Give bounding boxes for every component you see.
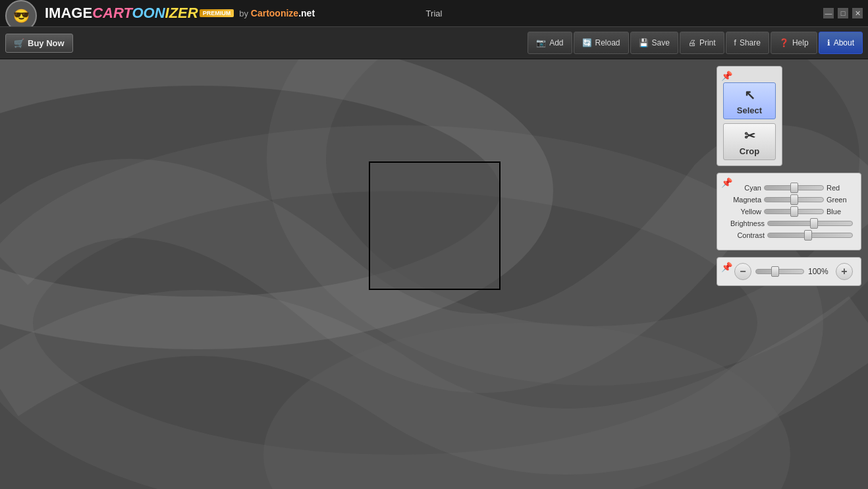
- title-bar-left: 😎 IMAGECARTOONIZER PREMIUM by Cartoonize…: [5, 0, 315, 29]
- about-label: About: [834, 38, 854, 47]
- select-tool-button[interactable]: ↖ Select: [723, 82, 776, 119]
- crop-tool-button[interactable]: ✂ Crop: [723, 123, 776, 160]
- title-bar: 😎 IMAGECARTOONIZER PREMIUM by Cartoonize…: [0, 0, 868, 26]
- zoom-pin-icon: 📌: [721, 262, 732, 272]
- magenta-label: Magneta: [725, 196, 761, 204]
- contrast-thumb[interactable]: [804, 230, 812, 241]
- contrast-row: Contrast: [725, 231, 853, 239]
- logo-image: IMAGE: [45, 5, 92, 21]
- sliders-pin-icon: 📌: [721, 177, 732, 188]
- add-label: Add: [549, 38, 563, 47]
- share-button[interactable]: f Share: [726, 32, 769, 54]
- share-icon: f: [734, 38, 736, 47]
- window-controls: — □ ✕: [823, 8, 863, 18]
- help-label: Help: [792, 38, 809, 47]
- crop-icon: ✂: [744, 128, 755, 144]
- magenta-green-row: Magneta Green: [725, 196, 853, 204]
- save-icon: 💾: [639, 38, 649, 47]
- add-button[interactable]: 📷 Add: [528, 32, 572, 54]
- brightness-track[interactable]: [767, 221, 853, 226]
- magenta-green-track[interactable]: [764, 197, 824, 202]
- crop-label: Crop: [740, 146, 759, 156]
- zoom-thumb[interactable]: [771, 266, 779, 277]
- contrast-track[interactable]: [767, 233, 853, 238]
- logo-by: by: [239, 9, 248, 18]
- tools-pin-icon: 📌: [721, 71, 732, 81]
- cursor-icon: ↖: [744, 87, 755, 103]
- cyan-red-thumb[interactable]: [790, 183, 798, 193]
- reload-icon: 🔄: [582, 38, 592, 47]
- cyan-red-track[interactable]: [764, 185, 824, 190]
- reload-label: Reload: [595, 38, 620, 47]
- logo-izer: IZER: [165, 5, 198, 21]
- logo-premium: PREMIUM: [200, 9, 234, 17]
- window-title: Trial: [426, 9, 443, 18]
- share-label: Share: [740, 38, 761, 47]
- yellow-blue-thumb[interactable]: [790, 206, 798, 217]
- save-button[interactable]: 💾 Save: [630, 32, 678, 54]
- add-icon: 📷: [536, 38, 546, 47]
- magenta-green-thumb[interactable]: [790, 194, 798, 205]
- main-area: 📌 ↖ Select ✂ Crop 📌 Cyan Red: [0, 59, 868, 489]
- zoom-value: 100%: [808, 267, 832, 276]
- logo-text: IMAGECARTOONIZER: [45, 5, 198, 22]
- about-icon: ℹ: [827, 38, 830, 47]
- canvas-rectangle: [369, 161, 501, 290]
- red-label: Red: [827, 184, 853, 192]
- logo-oon: OON: [132, 5, 165, 21]
- zoom-out-button[interactable]: −: [734, 263, 751, 280]
- tools-panel: 📌 ↖ Select ✂ Crop: [717, 66, 782, 166]
- blue-label: Blue: [827, 208, 853, 216]
- logo-cartoonize: Cartoonize.net: [248, 8, 315, 18]
- cart-icon: 🛒: [14, 38, 24, 48]
- toolbar-right: 📷 Add 🔄 Reload 💾 Save 🖨 Print f Share ❓ …: [528, 32, 863, 54]
- yellow-blue-row: Yellow Blue: [725, 208, 853, 216]
- brightness-label: Brightness: [725, 219, 765, 227]
- green-label: Green: [827, 196, 853, 204]
- yellow-label: Yellow: [725, 208, 761, 216]
- print-icon: 🖨: [688, 38, 696, 47]
- maximize-button[interactable]: □: [838, 8, 848, 18]
- about-button[interactable]: ℹ About: [819, 32, 863, 54]
- toolbar: 🛒 Buy Now 📷 Add 🔄 Reload 💾 Save 🖨 Print …: [0, 26, 868, 59]
- right-panel: 📌 ↖ Select ✂ Crop 📌 Cyan Red: [717, 66, 861, 286]
- brightness-thumb[interactable]: [810, 218, 818, 229]
- zoom-track[interactable]: [755, 269, 804, 274]
- zoom-in-button[interactable]: +: [836, 263, 853, 280]
- save-label: Save: [652, 38, 670, 47]
- buy-now-label: Buy Now: [28, 38, 65, 48]
- help-icon: ❓: [779, 38, 789, 47]
- buy-now-button[interactable]: 🛒 Buy Now: [5, 34, 73, 53]
- contrast-label: Contrast: [725, 231, 765, 239]
- close-button[interactable]: ✕: [852, 8, 863, 18]
- sliders-panel: 📌 Cyan Red Magneta Green Yellow: [717, 173, 861, 250]
- brightness-row: Brightness: [725, 219, 853, 227]
- print-label: Print: [699, 38, 716, 47]
- select-label: Select: [737, 105, 762, 115]
- print-button[interactable]: 🖨 Print: [680, 32, 724, 54]
- cyan-red-row: Cyan Red: [725, 184, 853, 192]
- logo-cart: CART: [92, 5, 132, 21]
- minimize-button[interactable]: —: [823, 8, 834, 18]
- app-logo: IMAGECARTOONIZER PREMIUM by Cartoonize.n…: [42, 5, 315, 22]
- reload-button[interactable]: 🔄 Reload: [574, 32, 629, 54]
- yellow-blue-track[interactable]: [764, 209, 824, 214]
- zoom-panel: 📌 − 100% +: [717, 257, 861, 286]
- help-button[interactable]: ❓ Help: [771, 32, 817, 54]
